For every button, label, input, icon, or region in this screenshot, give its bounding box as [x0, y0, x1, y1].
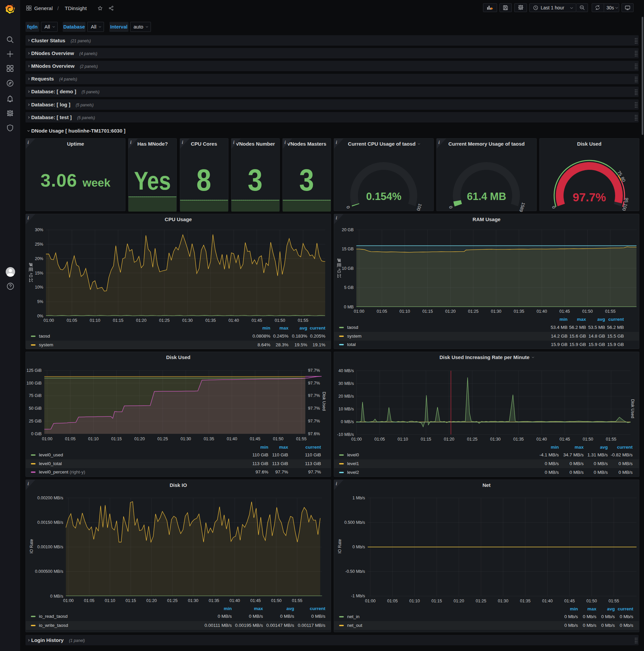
- svg-text:i: i: [28, 140, 29, 145]
- svg-text:i: i: [130, 140, 131, 145]
- svg-text:i: i: [284, 140, 286, 145]
- svg-text:i: i: [233, 140, 234, 145]
- svg-text:i: i: [182, 140, 183, 145]
